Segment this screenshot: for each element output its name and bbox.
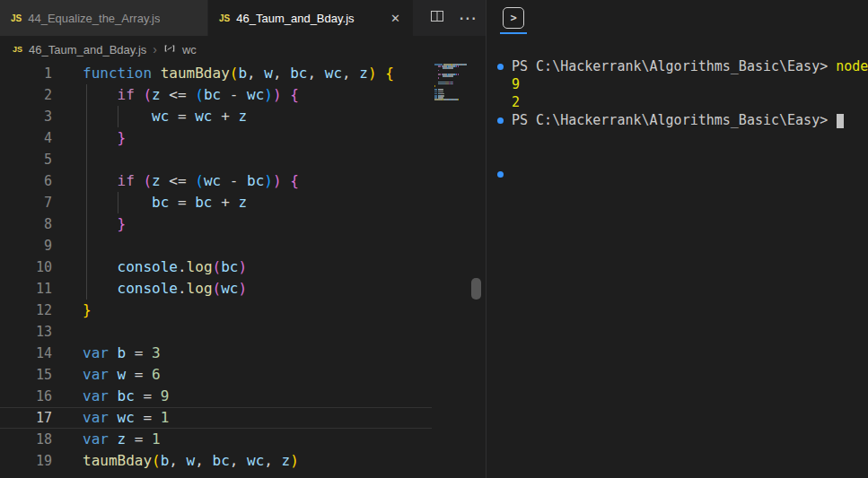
line-number: 6 — [0, 170, 52, 192]
terminal-gutter — [497, 147, 512, 165]
line-number: 19 — [0, 450, 52, 472]
code-line-10[interactable]: 10 console.log(bc) — [0, 256, 432, 278]
chevron-right-icon: › — [153, 42, 157, 56]
tab-bar: JS 44_Equalize_the_Array.js JS 46_Taum_a… — [0, 0, 486, 36]
code-line-11[interactable]: 11 console.log(wc) — [0, 278, 432, 300]
code-line-19[interactable]: 19taumBday(b, w, bc, wc, z) — [0, 450, 432, 472]
command-decoration-dot[interactable] — [497, 171, 504, 178]
code-line-1[interactable]: 1function taumBday(b, w, bc, wc, z) { — [0, 63, 432, 84]
code-editor[interactable]: 1function taumBday(b, w, bc, wc, z) {2 i… — [0, 63, 432, 478]
code-lines: 1function taumBday(b, w, bc, wc, z) {2 i… — [0, 63, 432, 472]
scrollbar-thumb[interactable] — [471, 278, 481, 300]
js-file-icon: JS — [11, 13, 22, 23]
terminal-pane: > PS C:\Hackerrank\Algorithms_Basic\Easy… — [486, 0, 868, 478]
terminal-line — [487, 129, 868, 147]
tab-44-equalize-the-array[interactable]: JS 44_Equalize_the_Array.js — [0, 0, 207, 36]
terminal-panel-icon[interactable]: > — [503, 7, 524, 29]
indent-guide — [118, 192, 118, 213]
line-number: 13 — [0, 321, 52, 343]
line-number: 2 — [0, 84, 52, 106]
symbol-variable-icon — [163, 42, 176, 57]
tab-46-taum-and-bday[interactable]: JS 46_Taum_and_Bday.js ✕ — [208, 0, 413, 36]
terminal-gutter — [497, 111, 512, 129]
code-line-5[interactable]: 5 — [0, 149, 432, 170]
terminal-text: 2 — [512, 93, 520, 111]
line-number: 16 — [0, 386, 52, 407]
line-number: 18 — [0, 429, 52, 450]
tab-label: 46_Taum_and_Bday.js — [236, 12, 354, 25]
terminal-gutter — [497, 165, 512, 183]
minimap[interactable] — [434, 64, 467, 135]
line-number: 17 — [0, 407, 52, 429]
active-panel-indicator — [500, 32, 527, 34]
terminal-gutter — [497, 93, 512, 111]
terminal-text: 9 — [512, 75, 520, 93]
close-icon[interactable]: ✕ — [389, 12, 402, 25]
code-line-6[interactable]: 6 if (z <= (wc - bc)) { — [0, 170, 432, 192]
line-number: 5 — [0, 149, 52, 170]
command-decoration-dot[interactable] — [497, 117, 504, 124]
code-line-2[interactable]: 2 if (z <= (bc - wc)) { — [0, 84, 432, 106]
breadcrumb-symbol[interactable]: wc — [182, 43, 197, 56]
editor-pane: JS 44_Equalize_the_Array.js JS 46_Taum_a… — [0, 0, 486, 478]
command-decoration-dot[interactable] — [497, 64, 504, 70]
terminal-cursor — [837, 114, 844, 128]
minimap-line — [434, 99, 467, 100]
line-number: 15 — [0, 364, 52, 386]
js-file-icon: JS — [219, 13, 230, 23]
tab-label: 44_Equalize_the_Array.js — [28, 12, 160, 25]
line-number: 14 — [0, 343, 52, 364]
line-number: 10 — [0, 256, 52, 278]
code-line-4[interactable]: 4 } — [0, 127, 432, 149]
line-number: 4 — [0, 127, 52, 149]
terminal-gutter — [497, 75, 512, 93]
code-line-3[interactable]: 3 wc = wc + z — [0, 106, 432, 127]
code-line-18[interactable]: 18var z = 1 — [0, 429, 432, 450]
indent-guide — [118, 106, 118, 127]
split-editor-icon[interactable] — [430, 9, 444, 27]
line-number: 12 — [0, 300, 52, 321]
code-line-16[interactable]: 16var bc = 9 — [0, 386, 432, 407]
breadcrumb: JS 46_Taum_and_Bday.js › wc — [0, 36, 486, 63]
line-number: 9 — [0, 235, 52, 256]
line-number: 3 — [0, 106, 52, 127]
terminal-line: 9 — [487, 75, 868, 93]
js-file-icon: JS — [13, 45, 22, 54]
code-line-9[interactable]: 9 — [0, 235, 432, 256]
vscode-window: JS 44_Equalize_the_Array.js JS 46_Taum_a… — [0, 0, 868, 478]
code-line-15[interactable]: 15var w = 6 — [0, 364, 432, 386]
indent-guide — [86, 84, 87, 300]
code-line-14[interactable]: 14var b = 3 — [0, 343, 432, 364]
line-number: 8 — [0, 213, 52, 235]
breadcrumb-file[interactable]: 46_Taum_and_Bday.js — [29, 43, 146, 56]
editor-actions: ⋯ — [430, 0, 477, 36]
terminal-line — [487, 165, 868, 183]
more-actions-icon[interactable]: ⋯ — [459, 9, 477, 27]
line-number: 11 — [0, 278, 52, 300]
terminal-line — [487, 147, 868, 165]
code-line-17[interactable]: 17var wc = 1 — [0, 407, 432, 429]
terminal-text: PS C:\Hackerrank\Algorithms_Basic\Easy> — [512, 111, 844, 129]
terminal-gutter — [497, 129, 512, 147]
code-line-12[interactable]: 12} — [0, 300, 432, 321]
line-number: 7 — [0, 192, 52, 213]
line-number: 1 — [0, 63, 52, 84]
terminal-line: PS C:\Hackerrank\Algorithms_Basic\Easy> … — [487, 57, 868, 75]
code-line-7[interactable]: 7 bc = bc + z — [0, 192, 432, 213]
terminal[interactable]: PS C:\Hackerrank\Algorithms_Basic\Easy> … — [487, 57, 868, 183]
terminal-gutter — [497, 57, 512, 75]
code-line-8[interactable]: 8 } — [0, 213, 432, 235]
terminal-line: PS C:\Hackerrank\Algorithms_Basic\Easy> — [487, 111, 868, 129]
code-line-13[interactable]: 13 — [0, 321, 432, 343]
terminal-text: PS C:\Hackerrank\Algorithms_Basic\Easy> … — [512, 57, 868, 75]
terminal-line: 2 — [487, 93, 868, 111]
terminal-panel-header: > — [487, 0, 868, 38]
